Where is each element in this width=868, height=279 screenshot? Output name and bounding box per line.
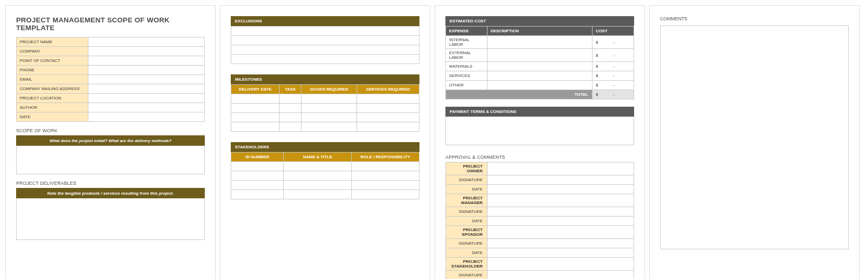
estimated-cost-header: ESTIMATED COST bbox=[445, 16, 634, 26]
cost-value[interactable]: $ - bbox=[593, 49, 634, 62]
scope-text-area[interactable] bbox=[16, 146, 205, 174]
cell[interactable] bbox=[357, 122, 419, 132]
info-label: COMPANY MAILING ADDRESS bbox=[17, 84, 88, 94]
info-value[interactable] bbox=[88, 37, 204, 47]
cell[interactable] bbox=[357, 94, 419, 104]
exclusions-header: EXCLUSIONS bbox=[231, 16, 419, 26]
info-value[interactable] bbox=[88, 56, 204, 66]
stakeholders-header: STAKEHOLDERS bbox=[231, 142, 419, 152]
cell[interactable] bbox=[231, 27, 419, 36]
cell[interactable] bbox=[487, 36, 593, 49]
deliverables-hint: Note the tangible products / services re… bbox=[16, 188, 205, 198]
info-label: EMAIL bbox=[17, 75, 88, 84]
cell[interactable] bbox=[280, 94, 301, 104]
cell[interactable] bbox=[280, 104, 301, 113]
cell[interactable] bbox=[487, 239, 634, 248]
milestones-col-task: TASK bbox=[280, 85, 301, 94]
info-label: PROJECT NAME bbox=[17, 37, 88, 47]
cell[interactable] bbox=[231, 171, 284, 181]
appr-label: SIGNATURE bbox=[446, 207, 488, 217]
comments-box[interactable] bbox=[660, 26, 849, 249]
cell[interactable] bbox=[231, 94, 280, 104]
info-value[interactable] bbox=[88, 66, 204, 75]
cell[interactable] bbox=[487, 226, 634, 239]
cell[interactable] bbox=[487, 194, 634, 207]
cell[interactable] bbox=[280, 113, 301, 122]
cell[interactable] bbox=[284, 190, 351, 199]
cost-table: EXPENSE DESCRIPTION COST INTERNAL LABOR$… bbox=[445, 26, 634, 99]
cell[interactable] bbox=[487, 175, 634, 185]
cost-value[interactable]: $ - bbox=[593, 36, 634, 49]
stakeholders-col-role: ROLE / RESPONSIBILITY bbox=[351, 153, 419, 162]
info-label: PROJECT LOCATION bbox=[17, 94, 88, 103]
cell[interactable] bbox=[301, 94, 357, 104]
cell[interactable] bbox=[231, 181, 284, 190]
appr-label: SIGNATURE bbox=[446, 239, 488, 248]
payment-text-area[interactable] bbox=[445, 117, 634, 145]
info-value[interactable] bbox=[88, 112, 204, 122]
milestones-table: DELIVERY DATE TASK GOODS REQUIRED SERVIC… bbox=[231, 84, 419, 132]
cell[interactable] bbox=[487, 62, 593, 71]
stakeholders-table: ID NUMBER NAME & TITLE ROLE / RESPONSIBI… bbox=[231, 152, 419, 199]
cost-row-label: MATERIALS bbox=[446, 62, 488, 71]
cell[interactable] bbox=[487, 271, 634, 280]
cell[interactable] bbox=[231, 122, 280, 132]
cell[interactable] bbox=[284, 171, 351, 181]
milestones-col-goods: GOODS REQUIRED bbox=[301, 85, 357, 94]
cell[interactable] bbox=[351, 181, 419, 190]
cell[interactable] bbox=[231, 113, 280, 122]
info-label: DATE bbox=[17, 112, 88, 122]
info-value[interactable] bbox=[88, 84, 204, 94]
info-value[interactable] bbox=[88, 47, 204, 56]
approval-table: PROJECT OWNER SIGNATURE DATE PROJECT MAN… bbox=[445, 162, 634, 279]
cell[interactable] bbox=[231, 190, 284, 199]
milestones-col-delivery-date: DELIVERY DATE bbox=[231, 85, 280, 94]
cell[interactable] bbox=[487, 248, 634, 258]
cell[interactable] bbox=[231, 55, 419, 64]
cell[interactable] bbox=[487, 258, 634, 271]
cost-row-label: INTERNAL LABOR bbox=[446, 36, 488, 49]
cell[interactable] bbox=[357, 113, 419, 122]
page-4: COMMENTS bbox=[649, 5, 860, 279]
cell[interactable] bbox=[487, 217, 634, 226]
info-value[interactable] bbox=[88, 94, 204, 103]
cost-col-expense: EXPENSE bbox=[446, 27, 488, 36]
cell[interactable] bbox=[284, 181, 351, 190]
cell[interactable] bbox=[487, 162, 634, 175]
cell[interactable] bbox=[487, 49, 593, 62]
deliverables-text-area[interactable] bbox=[16, 198, 205, 240]
cell[interactable] bbox=[231, 36, 419, 45]
cell[interactable] bbox=[487, 185, 634, 194]
cell[interactable] bbox=[280, 122, 301, 132]
cell[interactable] bbox=[487, 71, 593, 81]
cell[interactable] bbox=[351, 171, 419, 181]
cell[interactable] bbox=[231, 162, 284, 171]
cell[interactable] bbox=[487, 207, 634, 217]
appr-label: SIGNATURE bbox=[446, 175, 488, 185]
cost-value[interactable]: $ - bbox=[593, 81, 634, 90]
info-value[interactable] bbox=[88, 75, 204, 84]
cell[interactable] bbox=[231, 104, 280, 113]
cell[interactable] bbox=[284, 162, 351, 171]
cell[interactable] bbox=[231, 45, 419, 55]
appr-label: PROJECT STAKEHOLDER bbox=[446, 258, 488, 271]
appr-label: DATE bbox=[446, 185, 488, 194]
cell[interactable] bbox=[487, 81, 593, 90]
cost-col-description: DESCRIPTION bbox=[487, 27, 593, 36]
cost-value[interactable]: $ - bbox=[593, 71, 634, 81]
cell[interactable] bbox=[301, 104, 357, 113]
appr-label: SIGNATURE bbox=[446, 271, 488, 280]
cost-value[interactable]: $ - bbox=[593, 62, 634, 71]
info-label: PHONE bbox=[17, 66, 88, 75]
info-value[interactable] bbox=[88, 103, 204, 112]
cell[interactable] bbox=[301, 122, 357, 132]
info-label: POINT OF CONTACT bbox=[17, 56, 88, 66]
cell[interactable] bbox=[357, 104, 419, 113]
appr-label: PROJECT MANAGER bbox=[446, 194, 488, 207]
section-deliverables-header: PROJECT DELIVERABLES bbox=[16, 181, 205, 186]
cell[interactable] bbox=[351, 190, 419, 199]
cell[interactable] bbox=[301, 113, 357, 122]
info-label: COMPANY bbox=[17, 47, 88, 56]
cell[interactable] bbox=[351, 162, 419, 171]
cost-row-label: OTHER bbox=[446, 81, 488, 90]
